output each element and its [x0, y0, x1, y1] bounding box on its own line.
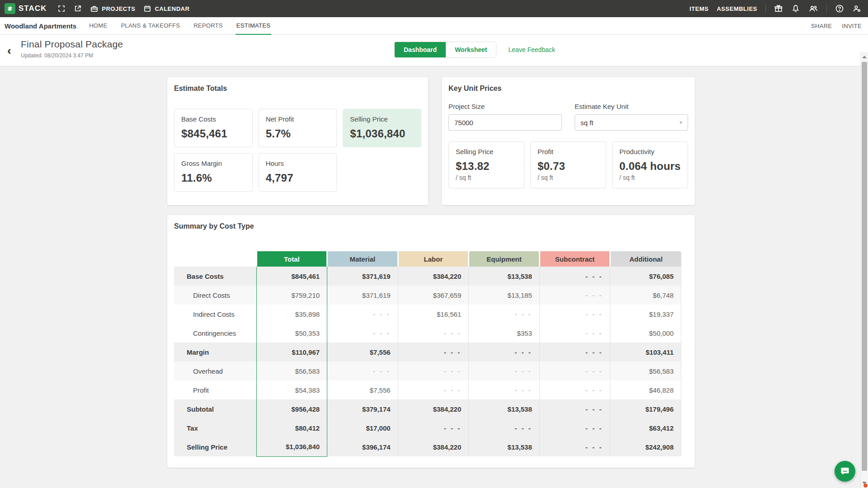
- gift-icon[interactable]: [774, 4, 783, 13]
- account-settings-icon[interactable]: [852, 4, 862, 13]
- notifications-bell-icon[interactable]: [791, 4, 800, 13]
- cell-additional: $56,583: [610, 361, 681, 380]
- cell-additional: $103,411: [610, 343, 681, 361]
- unit-profit-tile: Profit $0.73 / sq ft: [530, 141, 606, 188]
- stat-label: Gross Margin: [181, 160, 245, 167]
- stat-value: $1,036,840: [350, 127, 414, 140]
- selling-price-tile: Selling Price $1,036,840: [343, 109, 421, 147]
- row-label: Tax: [174, 418, 256, 437]
- top-navigation-bar: STACK PROJECTS CALENDAR ITEMS ASSEMBLIES: [0, 0, 868, 17]
- projects-nav-button[interactable]: PROJECTS: [90, 5, 135, 13]
- cell-total: $80,412: [256, 418, 327, 437]
- table-row-selling-price: Selling Price$1,036,840$396,174$384,220$…: [174, 437, 681, 456]
- tab-plans-takeoffs[interactable]: PLANS & TAKEOFFS: [120, 17, 181, 35]
- cell-total: $50,353: [256, 324, 327, 343]
- stat-label: Selling Price: [456, 148, 517, 155]
- chat-launcher-button[interactable]: [835, 461, 855, 482]
- stat-value: 0.064 hours: [619, 160, 681, 173]
- cell-subcontract: - - -: [539, 437, 610, 456]
- project-name: Woodland Apartments: [5, 22, 76, 30]
- page-title: Final Proposal Package: [21, 39, 123, 50]
- cell-subcontract: - - -: [539, 324, 610, 343]
- cell-additional: $6,748: [610, 286, 681, 305]
- estimate-key-unit-field-group: Estimate Key Unit sq ft ▾: [575, 103, 688, 131]
- cell-additional: $76,085: [610, 267, 681, 286]
- back-chevron-icon[interactable]: ‹: [7, 45, 11, 56]
- cell-subcontract: - - -: [539, 286, 610, 305]
- worksheet-tab-button[interactable]: Worksheet: [446, 42, 496, 57]
- stat-unit: / sq ft: [538, 174, 599, 181]
- cost-type-summary-table: TotalMaterialLaborEquipmentSubcontractAd…: [174, 251, 681, 457]
- updated-timestamp: Updated: 08/20/2024 3:47 PM: [21, 52, 123, 59]
- stat-value: $0.73: [538, 160, 599, 173]
- estimate-header: ‹ Final Proposal Package Updated: 08/20/…: [0, 35, 868, 66]
- table-row-subtotal: Subtotal$956,428$379,174$384,220$13,538-…: [174, 399, 681, 418]
- cell-subcontract: - - -: [539, 399, 610, 418]
- cell-labor: - - -: [398, 324, 469, 343]
- cell-equipment: $13,185: [469, 286, 540, 305]
- project-size-input[interactable]: [448, 114, 562, 131]
- estimate-key-unit-label: Estimate Key Unit: [575, 103, 688, 110]
- cell-material: - - -: [327, 324, 398, 343]
- stat-label: Hours: [266, 160, 330, 167]
- project-size-label: Project Size: [448, 103, 562, 110]
- stat-label: Net Profit: [266, 115, 330, 123]
- table-row-profit: Profit$54,383$7,556- - -- - -- - -$46,82…: [174, 380, 681, 399]
- cell-subcontract: - - -: [539, 361, 610, 380]
- row-label: Margin: [174, 343, 256, 361]
- cell-labor: $384,220: [398, 437, 469, 456]
- team-users-icon[interactable]: [808, 4, 818, 13]
- cell-labor: $384,220: [398, 399, 469, 418]
- stack-brand[interactable]: STACK: [5, 3, 47, 14]
- view-toggle: Dashboard Worksheet: [394, 42, 496, 58]
- estimate-key-unit-select[interactable]: sq ft ▾: [575, 114, 688, 131]
- scrollbar-up-arrow[interactable]: [862, 56, 867, 58]
- tab-home[interactable]: HOME: [88, 17, 108, 35]
- cell-labor: $367,659: [398, 286, 469, 305]
- items-nav-button[interactable]: ITEMS: [689, 5, 708, 12]
- estimate-totals-card: Estimate Totals Base Costs $845,461 Net …: [167, 77, 428, 205]
- cell-equipment: - - -: [469, 343, 540, 361]
- calendar-label: CALENDAR: [155, 5, 189, 12]
- cell-material: $371,619: [327, 286, 398, 305]
- selected-unit: sq ft: [580, 119, 593, 127]
- chevron-down-icon: ▾: [679, 119, 682, 126]
- row-label-column-header: [174, 251, 256, 267]
- dashboard-content: Estimate Totals Base Costs $845,461 Net …: [167, 77, 695, 468]
- row-label: Profit: [174, 380, 256, 399]
- column-header-total: Total: [256, 251, 327, 267]
- cell-material: $379,174: [327, 399, 398, 418]
- row-label: Indirect Costs: [174, 305, 256, 324]
- column-header-additional: Additional: [610, 251, 681, 267]
- cell-material: $396,174: [327, 437, 398, 456]
- help-icon[interactable]: [835, 4, 844, 13]
- assemblies-nav-button[interactable]: ASSEMBLIES: [717, 5, 757, 12]
- tab-estimates[interactable]: ESTIMATES: [236, 17, 271, 35]
- cell-equipment: $13,538: [469, 437, 540, 456]
- cell-material: $17,000: [327, 418, 398, 437]
- cell-labor: $16,561: [398, 305, 469, 324]
- calendar-nav-button[interactable]: CALENDAR: [143, 5, 189, 13]
- cell-total: $1,036,840: [256, 437, 327, 456]
- share-button[interactable]: SHARE: [811, 23, 832, 29]
- dashboard-tab-button[interactable]: Dashboard: [395, 42, 446, 57]
- summary-by-cost-type-card: Summary by Cost Type TotalMaterialLaborE…: [167, 215, 695, 468]
- cell-equipment: $13,538: [469, 399, 540, 418]
- cell-material: - - -: [327, 361, 398, 380]
- row-label: Overhead: [174, 361, 256, 380]
- invite-button[interactable]: INVITE: [842, 23, 862, 29]
- hours-tile: Hours 4,797: [259, 153, 337, 192]
- table-row-contingencies: Contingencies$50,353- - -- - -$353- - -$…: [174, 324, 681, 343]
- scrollbar-thumb[interactable]: [862, 62, 867, 471]
- vertical-scrollbar[interactable]: [860, 52, 868, 488]
- leave-feedback-link[interactable]: Leave Feedback: [508, 46, 555, 53]
- tab-reports[interactable]: REPORTS: [193, 17, 224, 35]
- cell-labor: - - -: [398, 343, 469, 361]
- fullscreen-icon[interactable]: [57, 5, 66, 13]
- stat-value: 4,797: [266, 172, 330, 184]
- key-unit-prices-card: Key Unit Prices Project Size Estimate Ke…: [442, 77, 695, 205]
- cell-equipment: - - -: [469, 380, 540, 399]
- cell-additional: $46,828: [610, 380, 681, 399]
- popout-icon[interactable]: [74, 5, 82, 13]
- stat-unit: / sq ft: [456, 174, 517, 181]
